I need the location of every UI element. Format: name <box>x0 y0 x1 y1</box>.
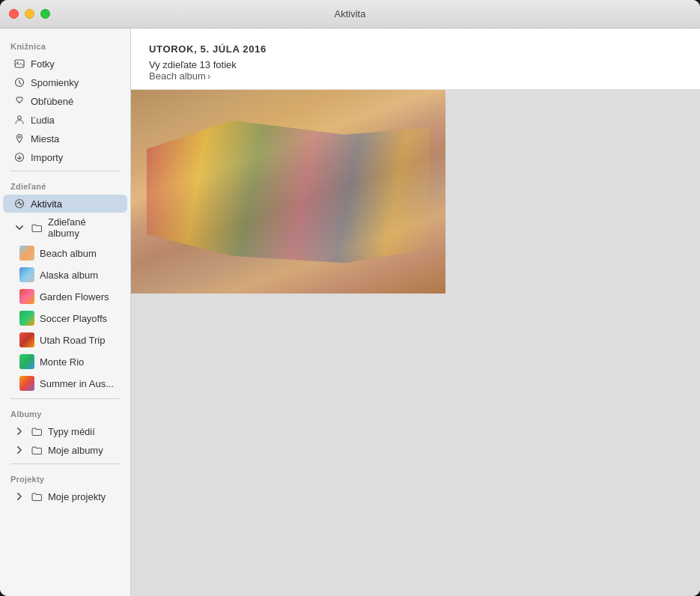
svg-point-4 <box>19 136 21 139</box>
sidebar-label-ludia: Ľudia <box>31 115 55 126</box>
summer-in-aus-thumb <box>19 376 34 391</box>
activity-header: UTOROK, 5. JÚLA 2016 Vy zdieľate 13 foti… <box>131 28 700 90</box>
album-link-text: Beach album <box>149 70 206 82</box>
sidebar-item-moje-projekty[interactable]: Moje projekty <box>3 487 127 505</box>
content-area: UTOROK, 5. JÚLA 2016 Vy zdieľate 13 foti… <box>131 28 700 596</box>
projects-section-label: Projekty <box>0 469 130 487</box>
sidebar-label-oblubene: Obľúbené <box>31 96 73 107</box>
sidebar-label-summer-in-aus: Summer in Aus... <box>40 378 114 389</box>
sidebar-item-importy[interactable]: Importy <box>3 148 127 166</box>
photo-beach-girl[interactable] <box>131 90 445 294</box>
sidebar-item-aktivita[interactable]: Aktivita <box>3 195 127 213</box>
sidebar-label-fotky: Fotky <box>31 58 55 70</box>
sidebar-label-zdielane-albumy: Zdieľané albumy <box>48 216 117 239</box>
sidebar-label-miesta: Miesta <box>31 133 59 145</box>
projects-folder-icon <box>31 490 43 502</box>
my-albums-folder-icon <box>31 444 43 456</box>
app-window: Aktivita Knižnica Fotky <box>0 0 700 596</box>
sidebar: Knižnica Fotky S <box>0 28 131 596</box>
maximize-button[interactable] <box>40 9 50 19</box>
sidebar-divider-1 <box>10 171 120 171</box>
sidebar-divider-3 <box>10 463 120 464</box>
activity-date: UTOROK, 5. JÚLA 2016 <box>149 43 682 55</box>
sidebar-item-spomienky[interactable]: Spomienky <box>3 73 127 91</box>
sidebar-label-alaska-album: Alaska album <box>40 270 98 281</box>
imports-icon <box>13 151 25 163</box>
alaska-album-thumb <box>19 267 34 282</box>
media-types-folder-icon <box>31 425 43 437</box>
sidebar-item-soccer-playoffs[interactable]: Soccer Playoffs <box>9 308 127 329</box>
sidebar-item-moje-albumy[interactable]: Moje albumy <box>3 441 127 459</box>
sidebar-item-utah-road-trip[interactable]: Utah Road Trip <box>9 329 127 350</box>
monte-rio-thumb <box>19 354 34 369</box>
sidebar-label-moje-albumy: Moje albumy <box>48 445 103 456</box>
sidebar-label-monte-rio: Monte Rio <box>40 356 84 368</box>
window-title: Aktivita <box>335 8 366 19</box>
sidebar-item-fotky[interactable]: Fotky <box>3 55 127 73</box>
shared-section-label: Zdieľané <box>0 176 130 194</box>
photos-icon <box>13 58 25 70</box>
sidebar-item-beach-album[interactable]: Beach album <box>9 243 127 264</box>
sidebar-divider-2 <box>10 398 120 399</box>
sidebar-label-spomienky: Spomienky <box>31 77 79 88</box>
sidebar-item-miesta[interactable]: Miesta <box>3 130 127 148</box>
chevron-right-icon-2 <box>13 444 25 456</box>
sidebar-item-oblubene[interactable]: Obľúbené <box>3 92 127 110</box>
sidebar-label-importy: Importy <box>31 152 63 163</box>
minimize-button[interactable] <box>25 9 34 19</box>
garden-flowers-thumb <box>19 289 34 304</box>
chevron-right-icon <box>13 425 25 437</box>
memories-icon <box>13 76 25 88</box>
chevron-right-icon-3 <box>13 490 25 502</box>
places-icon <box>13 133 25 145</box>
beach-album-thumb <box>19 246 34 261</box>
svg-point-3 <box>18 116 22 120</box>
sidebar-label-soccer-playoffs: Soccer Playoffs <box>40 313 107 324</box>
sidebar-label-aktivita: Aktivita <box>31 198 62 210</box>
sidebar-label-typy-medii: Typy médií <box>48 426 95 437</box>
shared-albums-folder-icon <box>31 222 43 234</box>
favorites-icon <box>13 95 25 107</box>
sidebar-item-summer-in-aus[interactable]: Summer in Aus... <box>9 373 127 394</box>
shared-albums-list: Beach album Alaska album Garden Flowers … <box>0 243 130 394</box>
album-link[interactable]: Beach album › <box>149 70 682 82</box>
photo-grid <box>131 90 700 596</box>
traffic-lights <box>9 9 50 19</box>
people-icon <box>13 114 25 126</box>
utah-road-trip-thumb <box>19 332 34 347</box>
library-section-label: Knižnica <box>0 36 130 54</box>
sidebar-label-moje-projekty: Moje projekty <box>48 491 106 502</box>
main-content: Knižnica Fotky S <box>0 28 700 596</box>
sidebar-label-beach-album: Beach album <box>40 248 97 259</box>
chevron-down-icon <box>13 222 25 234</box>
albums-section-label: Albumy <box>0 404 130 422</box>
activity-icon <box>13 198 25 210</box>
sidebar-item-garden-flowers[interactable]: Garden Flowers <box>9 286 127 307</box>
sidebar-item-typy-medii[interactable]: Typy médií <box>3 422 127 440</box>
sidebar-item-monte-rio[interactable]: Monte Rio <box>9 351 127 372</box>
sidebar-item-alaska-album[interactable]: Alaska album <box>9 264 127 285</box>
sidebar-item-zdielane-albumy[interactable]: Zdieľané albumy <box>3 213 127 242</box>
sidebar-label-garden-flowers: Garden Flowers <box>40 291 109 302</box>
titlebar: Aktivita <box>0 0 700 28</box>
chevron-right-small-icon: › <box>207 70 210 82</box>
soccer-playoffs-thumb <box>19 311 34 326</box>
sidebar-item-ludia[interactable]: Ľudia <box>3 111 127 129</box>
close-button[interactable] <box>9 9 19 19</box>
sidebar-label-utah-road-trip: Utah Road Trip <box>40 335 105 346</box>
activity-description: Vy zdieľate 13 fotiek <box>149 59 682 70</box>
